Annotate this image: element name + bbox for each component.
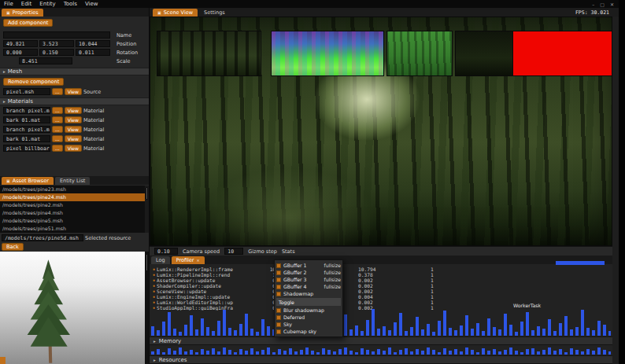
close-icon[interactable]: ✕ xyxy=(610,2,614,7)
profiler-bar xyxy=(377,349,380,355)
maximize-icon[interactable]: ▢ xyxy=(600,2,605,7)
checkbox-icon[interactable] xyxy=(276,315,281,320)
menu-item-tools[interactable]: Tools xyxy=(64,1,77,7)
fullsize-option[interactable]: fullsize xyxy=(324,270,341,275)
gbuffer-menu-item[interactable]: GBuffer 2fullsize xyxy=(276,269,341,276)
material-name-input[interactable]: branch_pixel.mat xyxy=(3,107,50,114)
file-list-scrollbar[interactable] xyxy=(145,186,149,233)
preview-scrollbar[interactable] xyxy=(145,252,149,364)
browse-button[interactable]: ... xyxy=(52,116,63,123)
profiler-bar xyxy=(597,321,601,336)
resources-section-header[interactable]: ▸ Resources xyxy=(150,355,612,364)
minimize-icon[interactable]: – xyxy=(592,2,594,7)
material-type-label: Material xyxy=(83,145,104,152)
view-button[interactable]: View xyxy=(65,135,82,142)
file-row[interactable]: /models/trees/pine23.msh xyxy=(0,186,145,193)
checkbox-icon[interactable] xyxy=(276,322,281,327)
remove-component-button[interactable]: Remove component xyxy=(3,78,64,86)
browse-button[interactable]: ... xyxy=(52,126,63,133)
material-name-input[interactable]: bark_01.mat xyxy=(3,135,50,142)
position-x-input[interactable]: 49.821 xyxy=(3,40,38,47)
fullsize-option[interactable]: fullsize xyxy=(324,284,341,289)
browse-button[interactable]: ... xyxy=(52,135,63,142)
mesh-section-header[interactable]: ▸ Mesh xyxy=(0,68,149,75)
shadowmap-menu-item[interactable]: Shadowmap xyxy=(276,290,341,297)
view-button[interactable]: View xyxy=(65,145,82,152)
view-button[interactable]: View xyxy=(65,107,82,114)
profiler-row[interactable]: ▪ShaderCompiler::update0.0020.0021 xyxy=(153,283,611,289)
material-name-input[interactable]: pixel_billboard.mat xyxy=(3,145,50,152)
back-button[interactable]: Back xyxy=(2,243,24,251)
checkbox-icon[interactable] xyxy=(276,292,281,296)
entity-name-input[interactable] xyxy=(3,31,110,39)
tab-entity-list[interactable]: Entity List xyxy=(55,177,90,185)
view-button[interactable]: View xyxy=(65,88,82,95)
toggle-menu-item[interactable]: Deferred xyxy=(276,314,341,321)
profiler-row[interactable]: ▪AssetBrowser::update0.0020.0021 xyxy=(153,278,611,283)
profiler-row[interactable]: ▪Lumix::WorldEditorImpl::up0.8020.0021 xyxy=(153,300,611,305)
profiler-row[interactable]: ▪SceneView::update0.0020.0021 xyxy=(153,289,611,294)
profiler-row[interactable]: ▪Lumix::PipelineImpl::rend1.1880.3781 xyxy=(153,272,611,278)
mesh-source-input[interactable]: pixel.msh xyxy=(3,88,50,95)
gbuffer-menu-item[interactable]: GBuffer 1fullsize xyxy=(276,262,341,269)
close-tab-icon[interactable]: × xyxy=(197,258,200,263)
view-button[interactable]: View xyxy=(65,116,82,123)
position-y-input[interactable]: 3.523 xyxy=(39,40,74,47)
tab-log[interactable]: Log xyxy=(151,256,170,264)
menu-item-edit[interactable]: Edit xyxy=(21,1,32,7)
checkbox-icon[interactable] xyxy=(276,278,281,282)
profiler-rows: ▪Lumix::RendererImpl::frame10.79410.7941… xyxy=(153,267,611,311)
profiler-row[interactable]: ▪Lumix::RendererImpl::frame10.79410.7941 xyxy=(153,267,611,272)
view-button[interactable]: View xyxy=(65,126,82,133)
panel-icon: ▣ xyxy=(6,10,10,15)
profiler-bar xyxy=(361,348,364,355)
material-name-input[interactable]: bark_01.mat xyxy=(3,116,50,123)
browse-button[interactable]: ... xyxy=(52,107,63,114)
scene-viewport[interactable] xyxy=(150,17,612,246)
gizmo-step-input[interactable]: 10 xyxy=(224,248,243,255)
file-row[interactable]: /models/trees/pine5.msh xyxy=(0,217,145,225)
menu-item-view[interactable]: View xyxy=(85,1,98,7)
tab-properties[interactable]: ▣ Properties xyxy=(2,9,43,17)
menu-item-file[interactable]: File xyxy=(4,1,13,7)
gbuffer-menu-item[interactable]: GBuffer 3fullsize xyxy=(276,276,341,283)
checkbox-icon[interactable] xyxy=(276,285,281,289)
rotation-z-input[interactable]: 0.011 xyxy=(76,49,110,56)
gbuffer-menu-item[interactable]: GBuffer 4fullsize xyxy=(276,283,341,290)
settings-menu[interactable]: Settings xyxy=(199,9,230,17)
browse-button[interactable]: ... xyxy=(52,145,63,152)
toggle-menu-item[interactable]: Cubemap sky xyxy=(276,328,341,335)
camera-speed-input[interactable]: 0.10 xyxy=(154,248,178,255)
file-row[interactable]: /models/trees/pine4.msh xyxy=(0,209,145,217)
tab-scene-view[interactable]: ▣ Scene View xyxy=(153,9,198,17)
file-row[interactable]: /models/trees/pine24.msh xyxy=(0,193,145,201)
memory-section-header[interactable]: ▸ Memory xyxy=(150,336,612,345)
stats-toggle[interactable]: Stats xyxy=(282,248,295,255)
profiler-bar xyxy=(564,316,568,336)
file-row[interactable]: /models/trees/pine2.msh xyxy=(0,201,145,209)
checkbox-icon[interactable] xyxy=(276,263,281,268)
rotation-x-input[interactable]: 0.000 xyxy=(3,49,38,56)
add-component-button[interactable]: Add component xyxy=(3,19,53,27)
scrollbar-thumb[interactable] xyxy=(146,187,148,200)
browse-button[interactable]: ... xyxy=(52,88,63,95)
profiler-row[interactable]: ▪Lumix::EngineImpl::update0.1020.0041 xyxy=(153,294,611,300)
materials-section-header[interactable]: ▸ Materials xyxy=(0,97,149,105)
checkbox-icon[interactable] xyxy=(276,308,281,313)
rotation-y-input[interactable]: 0.150 xyxy=(39,49,74,56)
fullsize-option[interactable]: fullsize xyxy=(324,277,341,282)
checkbox-icon[interactable] xyxy=(276,329,281,334)
file-row[interactable]: /models/trees/pine51.msh xyxy=(0,225,145,233)
toggle-menu-item[interactable]: Sky xyxy=(276,321,341,328)
menu-item-entity[interactable]: Entity xyxy=(39,1,55,7)
tab-profiler[interactable]: Profiler× xyxy=(172,256,205,264)
scale-input[interactable]: 8.451 xyxy=(19,57,72,64)
fullsize-option[interactable]: fullsize xyxy=(324,263,341,268)
scrollbar-thumb[interactable] xyxy=(146,254,148,271)
profiler-bar xyxy=(399,350,402,355)
tab-asset-browser[interactable]: ▣Asset Browser xyxy=(2,177,54,185)
toggle-menu-item[interactable]: Blur shadowmap xyxy=(276,307,341,314)
material-name-input[interactable]: branch_pixel.mat xyxy=(3,126,50,133)
checkbox-icon[interactable] xyxy=(276,270,281,275)
position-z-input[interactable]: 10.044 xyxy=(76,40,110,47)
